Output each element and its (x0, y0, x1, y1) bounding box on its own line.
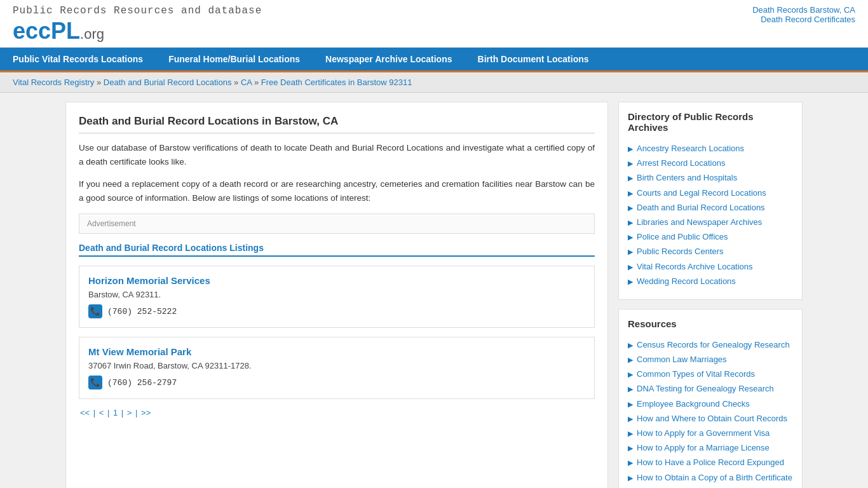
sidebar-link[interactable]: How to Apply for a Government Visa (637, 428, 770, 439)
list-item: ▶How and Where to Obtain Court Records (628, 413, 793, 424)
sidebar-link[interactable]: Libraries and Newspaper Archives (637, 217, 762, 228)
breadcrumb-separator: » (252, 78, 261, 87)
top-link[interactable]: Death Record Certificates (752, 15, 855, 24)
main-content: Death and Burial Record Locations in Bar… (65, 102, 608, 488)
arrow-icon: ▶ (628, 173, 633, 183)
sidebar-link[interactable]: Arrest Record Locations (637, 158, 725, 169)
arrow-icon: ▶ (628, 458, 633, 468)
list-item: ▶How to Have a Police Record Expunged (628, 457, 793, 468)
sidebar-link[interactable]: Employee Background Checks (637, 398, 750, 410)
arrow-icon: ▶ (628, 262, 633, 272)
list-item: ▶Census Records for Genealogy Research (628, 339, 793, 351)
sidebar-link[interactable]: Ancestry Research Locations (637, 143, 744, 154)
arrow-icon: ▶ (628, 370, 633, 379)
arrow-icon: ▶ (628, 144, 633, 154)
main-nav: Public Vital Records LocationsFuneral Ho… (0, 48, 868, 72)
arrow-icon: ▶ (628, 429, 633, 438)
sidebar-link[interactable]: Common Types of Vital Records (637, 369, 755, 380)
site-tagline: Public Records Resources and database (13, 5, 262, 17)
list-item: ▶How to Apply for a Government Visa (628, 428, 793, 439)
listing-name[interactable]: Mt View Memorial Park (88, 346, 585, 357)
paragraphs-container: Use our database of Barstow verification… (79, 141, 595, 205)
page-body: Death and Burial Record Locations in Bar… (59, 102, 809, 488)
list-item: ▶Ancestry Research Locations (628, 143, 793, 154)
sidebar-link[interactable]: Birth Centers and Hospitals (637, 172, 737, 184)
sidebar-link[interactable]: Vital Records Archive Locations (637, 261, 753, 273)
pagination-item[interactable]: 1 (113, 408, 118, 417)
listing-address: 37067 Irwin Road, Barstow, CA 92311-1728… (88, 361, 585, 370)
arrow-icon: ▶ (628, 355, 633, 365)
sidebar-link[interactable]: Common Law Marriages (637, 354, 727, 365)
top-link[interactable]: Death Records Barstow, CA (752, 5, 855, 15)
arrow-icon: ▶ (628, 384, 633, 394)
listing-phone-row: 📞(760) 256-2797 (88, 376, 585, 390)
arrow-icon: ▶ (628, 247, 633, 257)
sidebar-link[interactable]: Death and Burial Record Locations (637, 202, 765, 214)
list-item: ▶Common Types of Vital Records (628, 369, 793, 380)
page-title: Death and Burial Record Locations in Bar… (79, 115, 595, 133)
content-paragraph: If you need a replacement copy of a deat… (79, 177, 595, 205)
list-item: ▶Libraries and Newspaper Archives (628, 217, 793, 228)
pagination-item[interactable]: > (127, 408, 132, 417)
sidebar-link[interactable]: How to Obtain a Copy of a Birth Certific… (637, 472, 792, 484)
logo: eccPL.org (13, 18, 262, 44)
breadcrumb-separator: » (231, 78, 240, 87)
list-item: ▶Common Law Marriages (628, 354, 793, 365)
list-item: ▶How to Obtain a Copy of a Birth Certifi… (628, 472, 793, 484)
list-item: ▶DNA Testing for Genealogy Research (628, 383, 793, 395)
logo-org: .org (80, 26, 104, 42)
list-item: ▶Vital Records Archive Locations (628, 261, 793, 273)
pagination[interactable]: << | < | 1 | > | >> (79, 408, 595, 417)
list-item: ▶Death and Burial Record Locations (628, 202, 793, 214)
list-item: ▶Birth Centers and Hospitals (628, 172, 793, 184)
sidebar-link[interactable]: Census Records for Genealogy Research (637, 339, 790, 351)
sidebar-link[interactable]: DNA Testing for Genealogy Research (637, 383, 774, 395)
arrow-icon: ▶ (628, 277, 633, 287)
listings-container: Horizon Memorial ServicesBarstow, CA 923… (79, 266, 595, 399)
breadcrumb: Vital Records Registry » Death and Buria… (0, 72, 868, 93)
arrow-icon: ▶ (628, 444, 633, 453)
sidebar-link[interactable]: Courts and Legal Record Locations (637, 187, 766, 199)
breadcrumb-separator: » (94, 78, 103, 87)
pagination-item[interactable]: < (99, 408, 104, 417)
listing-name[interactable]: Horizon Memorial Services (88, 275, 585, 286)
listing-phone-number: (760) 252-5222 (107, 307, 177, 316)
nav-item[interactable]: Public Vital Records Locations (0, 48, 156, 71)
list-item: ▶Employee Background Checks (628, 398, 793, 410)
arrow-icon: ▶ (628, 203, 633, 213)
listing-address: Barstow, CA 92311. (88, 290, 585, 299)
logo-pl: PL (51, 18, 80, 44)
nav-item[interactable]: Funeral Home/Burial Locations (156, 48, 313, 71)
sidebar-link[interactable]: How to Apply for a Marriage License (637, 442, 770, 454)
sidebar-link[interactable]: Public Records Centers (637, 246, 724, 257)
pagination-item[interactable]: >> (141, 408, 151, 417)
listing-card: Horizon Memorial ServicesBarstow, CA 923… (79, 266, 595, 328)
sidebar-link[interactable]: How to Have a Police Record Expunged (637, 457, 784, 468)
arrow-icon: ▶ (628, 473, 633, 483)
arrow-icon: ▶ (628, 400, 633, 409)
breadcrumb-item[interactable]: Free Death Certificates in Barstow 92311 (261, 78, 412, 87)
breadcrumb-item[interactable]: Death and Burial Record Locations (104, 78, 232, 87)
breadcrumb-item[interactable]: CA (241, 78, 252, 87)
list-item: ▶How to Apply for a Marriage License (628, 442, 793, 454)
nav-item[interactable]: Birth Document Locations (465, 48, 602, 71)
sidebar-link[interactable]: Police and Public Offices (637, 231, 728, 243)
sidebar-link[interactable]: How and Where to Obtain Court Records (637, 413, 787, 424)
nav-item[interactable]: Newspaper Archive Locations (313, 48, 465, 71)
listing-phone-number: (760) 256-2797 (107, 378, 177, 388)
list-item: ▶Courts and Legal Record Locations (628, 187, 793, 199)
arrow-icon: ▶ (628, 414, 633, 424)
pagination-item[interactable]: << (80, 408, 90, 417)
listings-heading: Death and Burial Record Locations Listin… (79, 243, 595, 257)
list-item: ▶Arrest Record Locations (628, 158, 793, 169)
sidebar-link[interactable]: Wedding Record Locations (637, 276, 736, 287)
top-bar: Public Records Resources and database ec… (0, 0, 868, 48)
sidebar-resources-box: Resources ▶Census Records for Genealogy … (618, 309, 803, 488)
breadcrumb-item[interactable]: Vital Records Registry (13, 78, 94, 87)
sidebar-resources-heading: Resources (628, 318, 793, 333)
arrow-icon: ▶ (628, 341, 633, 350)
advertisement: Advertisement (79, 214, 595, 234)
sidebar-directory-box: Directory of Public Records Archives ▶An… (618, 102, 803, 300)
top-links: Death Records Barstow, CADeath Record Ce… (752, 5, 855, 24)
list-item: ▶Police and Public Offices (628, 231, 793, 243)
